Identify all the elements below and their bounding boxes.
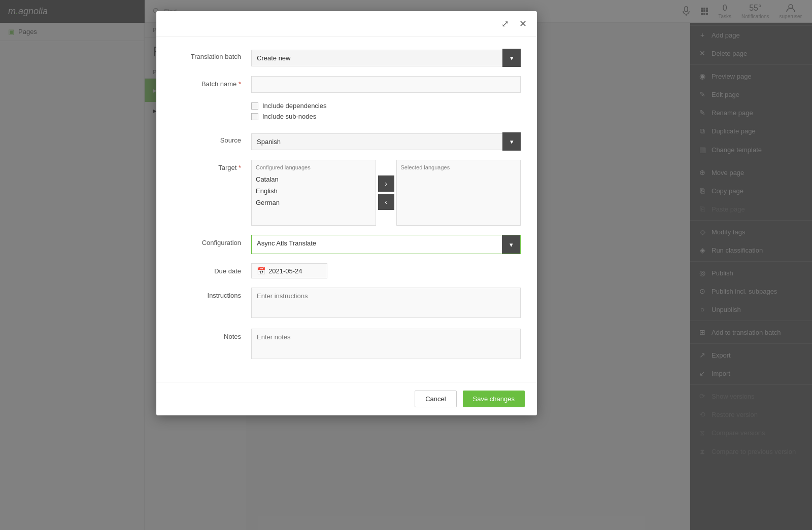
include-sub-nodes-label: Include sub-nodes xyxy=(262,113,316,120)
notes-control xyxy=(251,329,521,361)
source-label: Source xyxy=(173,132,251,144)
dialog-expand-button[interactable]: ⤢ xyxy=(499,16,511,31)
batch-name-row: Batch name xyxy=(173,76,521,93)
translation-batch-value[interactable]: Create new xyxy=(251,50,502,66)
configured-languages-header: Configured languages xyxy=(252,162,376,173)
cancel-button[interactable]: Cancel xyxy=(415,391,456,407)
dialog-body: Translation batch Create new ▾ Batch nam… xyxy=(156,37,537,382)
notes-textarea[interactable] xyxy=(251,329,521,359)
configured-languages-list: Configured languages Catalan English Ger… xyxy=(251,160,376,226)
dialog-footer: Cancel Save changes xyxy=(156,382,537,415)
config-select-wrap: Async Atls Translate ▾ xyxy=(251,235,521,254)
batch-name-input[interactable] xyxy=(251,76,521,93)
target-section: Configured languages Catalan English Ger… xyxy=(251,160,521,226)
due-date-input[interactable] xyxy=(268,267,314,275)
configuration-row: Configuration Async Atls Translate ▾ xyxy=(173,235,521,254)
source-select-wrap: Spanish ▾ xyxy=(251,132,521,151)
dialog-header: ⤢ ✕ xyxy=(156,11,537,37)
include-dependencies-label: Include dependencies xyxy=(262,102,327,110)
include-dependencies-checkbox[interactable] xyxy=(251,102,258,110)
due-date-row: Due date 📅 xyxy=(173,263,521,278)
notes-label: Notes xyxy=(173,329,251,340)
translation-batch-label: Translation batch xyxy=(173,49,251,60)
config-value[interactable]: Async Atls Translate xyxy=(252,235,502,254)
source-dropdown-button[interactable]: ▾ xyxy=(502,132,521,151)
save-changes-button[interactable]: Save changes xyxy=(463,391,525,407)
config-dropdown-button[interactable]: ▾ xyxy=(502,235,520,254)
translation-batch-dropdown-button[interactable]: ▾ xyxy=(502,49,521,67)
transfer-right-button[interactable]: › xyxy=(378,175,394,192)
checkboxes-label-spacer xyxy=(173,102,251,106)
lang-item-english[interactable]: English xyxy=(252,185,376,197)
checkboxes-control: Include dependencies Include sub-nodes xyxy=(251,102,521,123)
transfer-buttons: › ‹ xyxy=(376,160,396,226)
include-sub-nodes-checkbox[interactable] xyxy=(251,113,258,120)
notes-row: Notes xyxy=(173,329,521,361)
due-date-label: Due date xyxy=(173,263,251,275)
date-wrap: 📅 xyxy=(251,263,327,278)
source-row: Source Spanish ▾ xyxy=(173,132,521,151)
include-sub-nodes-row: Include sub-nodes xyxy=(251,113,521,120)
batch-name-label: Batch name xyxy=(173,76,251,88)
selected-languages-header: Selected languages xyxy=(397,162,521,173)
translation-batch-control: Create new ▾ xyxy=(251,49,521,67)
batch-name-control xyxy=(251,76,521,93)
target-row: Target Configured languages Catalan Engl… xyxy=(173,160,521,226)
instructions-textarea[interactable] xyxy=(251,288,521,318)
configuration-label: Configuration xyxy=(173,235,251,246)
lang-item-catalan[interactable]: Catalan xyxy=(252,173,376,185)
transfer-left-button[interactable]: ‹ xyxy=(378,194,394,210)
checkboxes-row: Include dependencies Include sub-nodes xyxy=(173,102,521,123)
target-control: Configured languages Catalan English Ger… xyxy=(251,160,521,226)
translation-batch-dialog: ⤢ ✕ Translation batch Create new ▾ Batch… xyxy=(156,11,537,415)
selected-languages-list: Selected languages xyxy=(396,160,521,226)
translation-batch-row: Translation batch Create new ▾ xyxy=(173,49,521,67)
lang-item-german[interactable]: German xyxy=(252,197,376,208)
source-value[interactable]: Spanish xyxy=(251,133,502,150)
translation-batch-select-wrap: Create new ▾ xyxy=(251,49,521,67)
target-label: Target xyxy=(173,160,251,171)
configuration-control: Async Atls Translate ▾ xyxy=(251,235,521,254)
calendar-icon: 📅 xyxy=(257,267,265,275)
include-dependencies-row: Include dependencies xyxy=(251,102,521,110)
instructions-row: Instructions xyxy=(173,288,521,320)
instructions-label: Instructions xyxy=(173,288,251,299)
source-control: Spanish ▾ xyxy=(251,132,521,151)
instructions-control xyxy=(251,288,521,320)
due-date-control: 📅 xyxy=(251,263,521,278)
dialog-close-button[interactable]: ✕ xyxy=(517,16,529,31)
